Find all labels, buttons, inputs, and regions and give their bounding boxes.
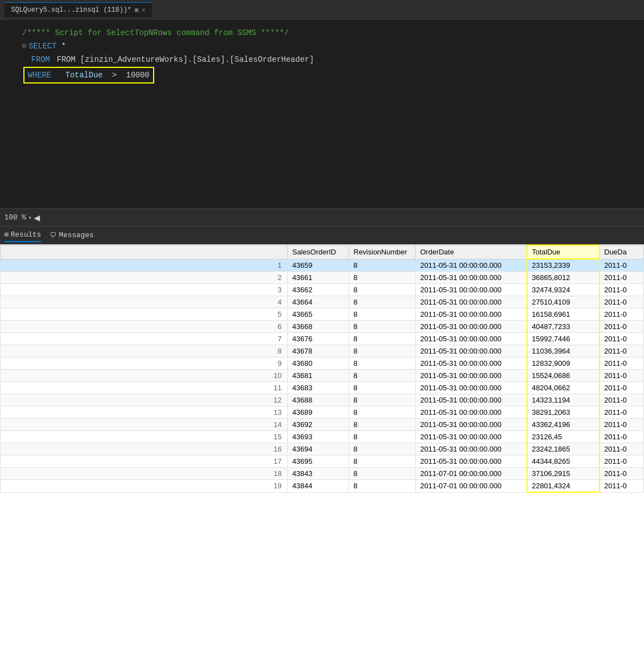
cell-rownum: 17 [1,455,288,468]
sql-tab[interactable]: SQLQuery5.sql...zinsql (118))* ▣ ✕ [4,2,152,17]
table-row[interactable]: 54366582011-05-31 00:00:00.00016158,6961… [1,308,644,321]
col-header-salesorderid[interactable]: SalesOrderID [288,245,349,259]
cell-salesorderid: 43680 [288,357,349,370]
code-line-where: WHERE TotalDue > 10000 [0,66,640,84]
close-icon[interactable]: ✕ [142,6,146,13]
tab-messages[interactable]: 🗩 Messages [50,229,94,242]
table-row[interactable]: 24366182011-05-31 00:00:00.00036865,8012… [1,272,644,284]
cell-orderdate: 2011-05-31 00:00:00.000 [416,345,527,357]
cell-revisionnumber: 8 [349,394,416,406]
cell-orderdate: 2011-05-31 00:00:00.000 [416,272,527,284]
cell-rownum: 1 [1,259,288,272]
tab-label: SQLQuery5.sql...zinsql (118))* [11,6,131,14]
col-header-dueda[interactable]: DueDa [599,245,644,259]
cell-revisionnumber: 8 [349,333,416,345]
cell-revisionnumber: 8 [349,296,416,308]
cell-duedate: 2011-0 [599,443,644,455]
cell-orderdate: 2011-05-31 00:00:00.000 [416,308,527,321]
pin-icon[interactable]: ▣ [135,6,139,13]
cell-revisionnumber: 8 [349,284,416,296]
cell-duedate: 2011-0 [599,296,644,308]
table-row[interactable]: 154369382011-05-31 00:00:00.00023126,452… [1,431,644,443]
cell-rownum: 14 [1,419,288,431]
collapse-icon[interactable]: ⊟ [22,40,26,52]
cell-totaldue: 14323,1194 [527,394,599,406]
table-row[interactable]: 104368182011-05-31 00:00:00.00015524,068… [1,370,644,382]
cell-salesorderid: 43692 [288,419,349,431]
cell-duedate: 2011-0 [599,321,644,333]
table-row[interactable]: 34366282011-05-31 00:00:00.00032474,9324… [1,284,644,296]
cell-salesorderid: 43693 [288,431,349,443]
cell-totaldue: 23153,2339 [527,259,599,272]
table-row[interactable]: 14365982011-05-31 00:00:00.00023153,2339… [1,259,644,272]
col-header-revisionnumber[interactable]: RevisionNumber [349,245,416,259]
cell-salesorderid: 43695 [288,455,349,468]
cell-rownum: 11 [1,382,288,394]
cell-orderdate: 2011-05-31 00:00:00.000 [416,394,527,406]
zoom-dropdown-arrow[interactable]: ▾ [28,214,32,221]
table-row[interactable]: 74367682011-05-31 00:00:00.00015992,7446… [1,333,644,345]
comment-text: /***** Script for SelectTopNRows command… [22,27,289,39]
from-table: FROM [zinzin_AdventureWorks].[Sales].[Sa… [57,53,314,66]
cell-duedate: 2011-0 [599,394,644,406]
cell-rownum: 7 [1,333,288,345]
table-row[interactable]: 114368382011-05-31 00:00:00.00048204,066… [1,382,644,394]
scroll-left-button[interactable]: ◀ [34,213,40,222]
cell-revisionnumber: 8 [349,308,416,321]
cell-salesorderid: 43694 [288,443,349,455]
cell-revisionnumber: 8 [349,321,416,333]
cell-rownum: 19 [1,480,288,493]
cell-duedate: 2011-0 [599,308,644,321]
cell-duedate: 2011-0 [599,455,644,468]
table-row[interactable]: 144369282011-05-31 00:00:00.00043362,419… [1,419,644,431]
cell-orderdate: 2011-05-31 00:00:00.000 [416,431,527,443]
cell-revisionnumber: 8 [349,259,416,272]
cell-duedate: 2011-0 [599,272,644,284]
cell-totaldue: 23242,1865 [527,443,599,455]
table-row[interactable]: 124368882011-05-31 00:00:00.00014323,119… [1,394,644,406]
cell-revisionnumber: 8 [349,382,416,394]
table-row[interactable]: 64366882011-05-31 00:00:00.00040487,7233… [1,321,644,333]
cell-duedate: 2011-0 [599,480,644,493]
table-row[interactable]: 174369582011-05-31 00:00:00.00044344,826… [1,455,644,468]
cell-orderdate: 2011-05-31 00:00:00.000 [416,406,527,419]
cell-totaldue: 40487,7233 [527,321,599,333]
table-row[interactable]: 84367882011-05-31 00:00:00.00011036,3964… [1,345,644,357]
where-clause: WHERE TotalDue > 10000 [23,67,154,84]
table-row[interactable]: 164369482011-05-31 00:00:00.00023242,186… [1,443,644,455]
cell-totaldue: 32474,9324 [527,284,599,296]
sql-editor[interactable]: /***** Script for SelectTopNRows command… [0,19,644,209]
col-header-totaldue[interactable]: TotalDue [527,245,599,259]
cell-totaldue: 43362,4196 [527,419,599,431]
cell-rownum: 16 [1,443,288,455]
cell-salesorderid: 43681 [288,370,349,382]
cell-salesorderid: 43678 [288,345,349,357]
col-header-rownum [1,245,288,259]
cell-totaldue: 44344,8265 [527,455,599,468]
tab-results[interactable]: ⊞ Results [4,228,41,242]
cell-rownum: 6 [1,321,288,333]
cell-orderdate: 2011-07-01 00:00:00.000 [416,468,527,480]
cell-orderdate: 2011-05-31 00:00:00.000 [416,357,527,370]
cell-duedate: 2011-0 [599,259,644,272]
cell-revisionnumber: 8 [349,370,416,382]
cell-revisionnumber: 8 [349,480,416,493]
cell-duedate: 2011-0 [599,345,644,357]
cell-rownum: 8 [1,345,288,357]
cell-duedate: 2011-0 [599,406,644,419]
cell-duedate: 2011-0 [599,431,644,443]
table-row[interactable]: 184384382011-07-01 00:00:00.00037106,291… [1,468,644,480]
table-row[interactable]: 44366482011-05-31 00:00:00.00027510,4109… [1,296,644,308]
code-line-from: FROM FROM [zinzin_AdventureWorks].[Sales… [0,53,640,66]
table-row[interactable]: 94368082011-05-31 00:00:00.00012832,9009… [1,357,644,370]
table-row[interactable]: 194384482011-07-01 00:00:00.00022801,432… [1,480,644,493]
cell-salesorderid: 43664 [288,296,349,308]
table-body: 14365982011-05-31 00:00:00.00023153,2339… [1,259,644,492]
cell-salesorderid: 43661 [288,272,349,284]
table-row[interactable]: 134368982011-05-31 00:00:00.00038291,206… [1,406,644,419]
cell-salesorderid: 43659 [288,259,349,272]
col-header-orderdate[interactable]: OrderDate [416,245,527,259]
cell-rownum: 18 [1,468,288,480]
table-header-row: SalesOrderID RevisionNumber OrderDate To… [1,245,644,259]
cell-rownum: 10 [1,370,288,382]
